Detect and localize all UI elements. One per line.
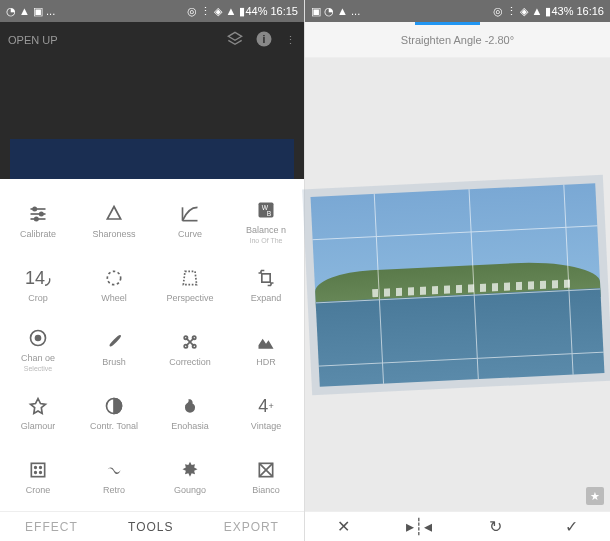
tool-calibrate[interactable]: Calibrate (0, 189, 76, 253)
tool-expand[interactable]: Expand (228, 253, 304, 317)
bookmark-icon[interactable]: ★ (586, 487, 604, 505)
status-icons-left: ▣ ◔ ▲ ... (311, 5, 360, 18)
app-title: OPEN UP (8, 34, 58, 46)
straighten-angle-label: Straighten Angle -2.80° (401, 34, 514, 46)
bottom-tabs: EFFECT TOOLS EXPORT (0, 511, 304, 541)
expand-icon (256, 267, 276, 289)
flip-icon: ▸┊◂ (406, 517, 432, 536)
rotate-cw-icon: ↻ (489, 517, 502, 536)
svg-point-5 (33, 207, 36, 210)
tool-sharpness[interactable]: Sharoness (76, 189, 152, 253)
status-icons-right: ◎ ⋮ ◈ ▲ ▮44% 16:15 (187, 5, 298, 18)
healing-icon (180, 331, 200, 353)
svg-point-26 (40, 472, 42, 474)
cancel-button[interactable]: ✕ (305, 517, 381, 536)
tool-brush[interactable]: Brush (76, 317, 152, 381)
tool-vintage[interactable]: 4+ Vintage (228, 381, 304, 445)
sharpness-icon (104, 203, 124, 225)
grunge-icon (180, 459, 200, 481)
straighten-canvas[interactable]: ★ (305, 58, 610, 511)
white-balance-icon: WB (256, 199, 276, 221)
status-icons-right: ◎ ⋮ ◈ ▲ ▮43% 16:16 (493, 5, 604, 18)
tool-healing[interactable]: Correction (152, 317, 228, 381)
crop-icon: 14٫ (25, 267, 51, 289)
tools-panel: Calibrate Sharoness Curve WB Balance n I… (0, 179, 304, 511)
info-icon[interactable]: i (255, 30, 273, 50)
svg-point-25 (35, 472, 37, 474)
tool-retrolux[interactable]: Retro (76, 445, 152, 509)
svg-text:i: i (263, 33, 266, 45)
tonal-icon (104, 395, 124, 417)
grainy-icon (28, 459, 48, 481)
glamour-icon (28, 395, 48, 417)
tab-tools[interactable]: TOOLS (128, 520, 173, 534)
tool-white-balance[interactable]: WB Balance n Ino Of The (228, 189, 304, 253)
tool-glamour[interactable]: Glamour (0, 381, 76, 445)
svg-point-19 (184, 345, 187, 348)
editor-preview-dimmed: OPEN UP i ⋮ (0, 22, 304, 179)
svg-point-13 (107, 271, 120, 284)
curves-icon (180, 203, 200, 225)
hdr-icon (256, 331, 276, 353)
flip-button[interactable]: ▸┊◂ (381, 517, 457, 536)
tool-hdr[interactable]: HDR (228, 317, 304, 381)
status-bar: ▣ ◔ ▲ ... ◎ ⋮ ◈ ▲ ▮43% 16:16 (305, 0, 610, 22)
svg-point-7 (35, 217, 38, 220)
retro-icon (104, 459, 124, 481)
tool-grunge[interactable]: Goungo (152, 445, 228, 509)
tool-crop[interactable]: 14٫ Crop (0, 253, 76, 317)
more-icon[interactable]: ⋮ (285, 34, 296, 47)
svg-point-6 (40, 212, 43, 215)
tool-perspective[interactable]: Perspective (152, 253, 228, 317)
tool-rotate[interactable]: Wheel (76, 253, 152, 317)
close-icon: ✕ (337, 517, 350, 536)
svg-point-23 (35, 467, 37, 469)
photo-preview (311, 183, 605, 387)
drama-icon (180, 395, 200, 417)
check-icon: ✓ (565, 517, 578, 536)
svg-point-18 (193, 336, 196, 339)
apply-button[interactable]: ✓ (534, 517, 610, 536)
image-strip (10, 139, 294, 179)
perspective-icon (180, 267, 200, 289)
svg-rect-22 (31, 463, 44, 476)
svg-point-17 (184, 336, 187, 339)
svg-rect-14 (262, 274, 270, 282)
status-icons-left: ◔ ▲ ▣ ... (6, 5, 55, 18)
tool-tonal-contrast[interactable]: Contr. Tonal (76, 381, 152, 445)
selective-icon (28, 327, 48, 349)
svg-text:B: B (267, 209, 272, 216)
tool-curves[interactable]: Curve (152, 189, 228, 253)
svg-point-20 (193, 345, 196, 348)
status-bar: ◔ ▲ ▣ ... ◎ ⋮ ◈ ▲ ▮44% 16:15 (0, 0, 304, 22)
tool-grainy-film[interactable]: Crone (0, 445, 76, 509)
phone-screen-straighten: ▣ ◔ ▲ ... ◎ ⋮ ◈ ▲ ▮43% 16:16 Straighten … (305, 0, 610, 541)
sliders-icon (28, 203, 48, 225)
straighten-toolbar: ✕ ▸┊◂ ↻ ✓ (305, 511, 610, 541)
tab-effect[interactable]: EFFECT (25, 520, 78, 534)
tab-export[interactable]: EXPORT (224, 520, 279, 534)
rotate-button[interactable]: ↻ (458, 517, 534, 536)
straighten-readout: Straighten Angle -2.80° (305, 22, 610, 58)
brush-icon (104, 331, 124, 353)
svg-point-24 (40, 467, 42, 469)
svg-point-16 (36, 335, 41, 340)
vintage-icon: 4+ (258, 395, 273, 417)
bw-icon (256, 459, 276, 481)
rotate-icon (104, 267, 124, 289)
phone-screen-tools: ◔ ▲ ▣ ... ◎ ⋮ ◈ ▲ ▮44% 16:15 OPEN UP i ⋮ (0, 0, 305, 541)
layers-icon[interactable] (227, 31, 243, 49)
tool-selective[interactable]: Chan oe Selective (0, 317, 76, 381)
tool-drama[interactable]: Enohasia (152, 381, 228, 445)
tool-bw[interactable]: Bianco (228, 445, 304, 509)
